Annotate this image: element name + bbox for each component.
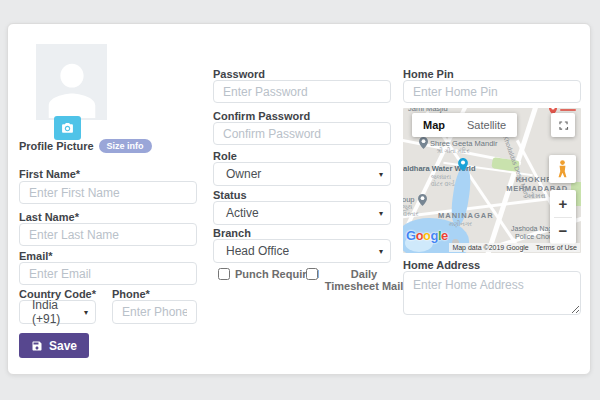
size-info-badge[interactable]: Size info	[99, 139, 152, 153]
first-name-input[interactable]	[19, 181, 197, 204]
pegman-icon	[556, 160, 569, 179]
chevron-down-icon: ▾	[379, 170, 383, 179]
profile-form-card: Profile Picture Size info First Name* La…	[7, 23, 591, 375]
profile-picture-label: Profile Picture	[19, 140, 94, 152]
zoom-out-button[interactable]: −	[550, 218, 576, 245]
chevron-down-icon: ▾	[379, 209, 383, 218]
save-button[interactable]: Save	[19, 333, 89, 358]
home-address-textarea[interactable]	[403, 271, 581, 315]
home-pin-label: Home Pin	[403, 68, 454, 80]
map-label-maninagar: MANINAGAR	[438, 212, 494, 221]
map-sublabel-geeta-mandir: શ્રી ગીતા મંદિર	[436, 148, 470, 155]
map-attribution: Map data ©2019 Google Terms of Use	[449, 243, 580, 252]
password-input[interactable]	[213, 80, 391, 103]
person-silhouette-icon	[41, 54, 103, 120]
map-type-map-button[interactable]: Map	[412, 119, 456, 131]
status-label: Status	[213, 189, 247, 201]
fullscreen-button[interactable]	[551, 113, 575, 137]
map-label-geeta-mandir: Shree Geeta Mandir	[430, 139, 498, 148]
map-label-oup: oup	[403, 195, 415, 204]
role-select[interactable]: Owner ▾	[213, 162, 391, 186]
fullscreen-icon	[558, 120, 569, 131]
branch-value: Head Office	[226, 244, 289, 258]
last-name-label: Last Name*	[19, 211, 79, 223]
profile-picture-placeholder	[36, 44, 107, 120]
role-value: Owner	[226, 167, 261, 181]
map-sublabel-maninagar: મણીનગર	[449, 221, 472, 228]
zoom-in-button[interactable]: +	[550, 190, 576, 217]
phone-label: Phone*	[112, 288, 150, 300]
map-sublabel-water-world-1: જલધારા	[431, 174, 451, 181]
chevron-down-icon: ▾	[379, 247, 383, 256]
map-sublabel-water-world-2: વોટર વર્લ્ડ	[431, 181, 455, 188]
branch-label: Branch	[213, 227, 251, 239]
poi-pin-geeta-mandir[interactable]	[419, 137, 428, 149]
status-value: Active	[226, 206, 259, 220]
poi-pin-left[interactable]	[418, 194, 427, 206]
map-type-control: Map Satellite	[412, 113, 517, 137]
email-input[interactable]	[19, 262, 197, 285]
confirm-password-input[interactable]	[213, 122, 391, 145]
status-select[interactable]: Active ▾	[213, 201, 391, 225]
google-logo[interactable]: Google	[406, 228, 448, 243]
country-code-value: India (+91)	[32, 298, 79, 326]
daily-timesheet-mail-checkbox-input[interactable]	[306, 268, 318, 280]
upload-photo-button[interactable]	[54, 116, 81, 140]
map-sublabel-oup-2: વિસ્તાર	[403, 211, 419, 218]
daily-timesheet-mail-checkbox[interactable]: Daily Timesheet Mail	[306, 268, 405, 292]
poi-pin-water-world[interactable]	[458, 158, 468, 171]
punch-required-checkbox[interactable]: Punch Required	[218, 268, 319, 280]
camera-icon	[61, 122, 74, 135]
red-poi-text-mark	[560, 109, 576, 111]
daily-timesheet-mail-label: Daily Timesheet Mail	[323, 268, 405, 292]
home-address-label: Home Address	[403, 259, 480, 271]
first-name-label: First Name*	[19, 168, 80, 180]
map-data-copyright: Map data ©2019 Google	[452, 244, 528, 251]
pegman-button[interactable]	[549, 155, 576, 183]
phone-input[interactable]	[112, 300, 197, 324]
punch-required-checkbox-input[interactable]	[218, 268, 230, 280]
save-button-label: Save	[49, 339, 77, 353]
chevron-down-icon: ▾	[84, 308, 88, 317]
terms-of-use-link[interactable]: Terms of Use	[536, 244, 577, 251]
last-name-input[interactable]	[19, 223, 197, 246]
save-icon	[31, 340, 43, 352]
google-map[interactable]: Jami Masjid Shree Geeta Mandir શ્રી ગીતા…	[403, 108, 581, 253]
map-type-satellite-button[interactable]: Satellite	[456, 119, 517, 131]
branch-select[interactable]: Head Office ▾	[213, 239, 391, 263]
email-label: Email*	[19, 250, 53, 262]
home-pin-input[interactable]	[403, 80, 581, 103]
zoom-control: + −	[550, 190, 576, 244]
country-code-select[interactable]: India (+91) ▾	[19, 300, 96, 324]
map-sublabel-oup-1: જૂથ	[403, 204, 412, 211]
role-label: Role	[213, 150, 237, 162]
password-label: Password	[213, 68, 265, 80]
confirm-password-label: Confirm Password	[213, 110, 310, 122]
